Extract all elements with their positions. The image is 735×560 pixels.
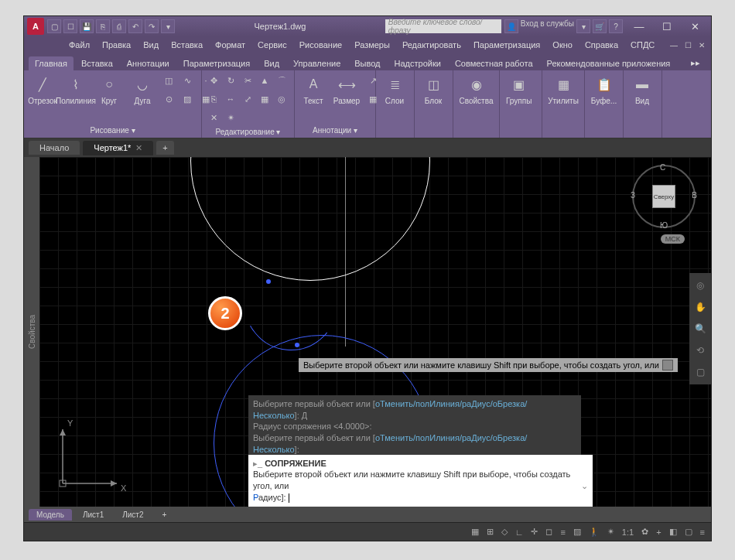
tab-output[interactable]: Вывод [348, 56, 386, 70]
status-snap-icon[interactable]: ◇ [500, 527, 509, 537]
doc-tab-drawing1[interactable]: Чертеж1*✕ [83, 141, 153, 155]
draw-sm-2[interactable]: ∿ [179, 72, 196, 89]
offset-icon[interactable]: ◎ [273, 90, 290, 108]
qat-new-icon[interactable]: ▢ [47, 19, 61, 33]
tab-insert[interactable]: Вставка [75, 56, 119, 70]
mdi-max-icon[interactable]: ☐ [682, 39, 694, 50]
new-tab-button[interactable]: + [156, 141, 173, 155]
qat-dropdown-icon[interactable]: ▾ [161, 19, 175, 33]
status-iso-icon[interactable]: ◧ [668, 527, 679, 537]
clipboard-button[interactable]: 📋Буфе... [588, 72, 620, 107]
app-logo[interactable]: A [27, 18, 44, 35]
properties-palette[interactable]: Свойства [24, 157, 39, 507]
status-ortho-icon[interactable]: ∟ [514, 528, 525, 537]
status-custom-icon[interactable]: ≡ [699, 528, 706, 537]
close-tab-icon[interactable]: ✕ [135, 143, 142, 153]
nav-wheel-icon[interactable]: ◎ [692, 278, 708, 293]
status-anno-icon[interactable]: ✴ [606, 527, 616, 537]
qat-redo-icon[interactable]: ↷ [145, 19, 159, 33]
nav-showmotion-icon[interactable]: ▢ [692, 364, 708, 380]
text-button[interactable]: AТекст [298, 72, 329, 107]
polyline-button[interactable]: ⌇Полилиния [60, 72, 91, 107]
layout-tab-sheet1[interactable]: Лист1 [75, 509, 111, 521]
help-icon[interactable]: ? [609, 19, 623, 33]
status-grid-icon[interactable]: ⊞ [485, 527, 495, 537]
layout-tab-model[interactable]: Модель [29, 509, 72, 521]
status-scale[interactable]: 1:1 [620, 528, 635, 537]
array-icon[interactable]: ▦ [256, 90, 273, 108]
copy-icon[interactable]: ⎘ [205, 90, 222, 108]
status-lwt-icon[interactable]: ≡ [559, 528, 566, 537]
qat-saveas-icon[interactable]: ⎘ [96, 19, 110, 33]
status-transparency-icon[interactable]: ▨ [572, 527, 583, 537]
menu-param[interactable]: Параметризация [467, 39, 546, 51]
mdi-close-icon[interactable]: ✕ [696, 39, 708, 50]
menu-window[interactable]: Окно [546, 39, 579, 51]
menu-view[interactable]: Вид [137, 39, 165, 51]
tab-manage[interactable]: Управление [287, 56, 347, 70]
arc-button[interactable]: ◡Дуга [127, 72, 158, 107]
menu-draw[interactable]: Рисование [293, 39, 348, 51]
stretch-icon[interactable]: ↔ [222, 90, 239, 108]
panel-draw-title[interactable]: Рисование ▾ [27, 125, 198, 136]
viewcube[interactable]: Сверху С Ю В З [632, 165, 696, 228]
draw-sm-5[interactable]: ▨ [179, 90, 196, 108]
menu-help[interactable]: Справка [579, 39, 624, 51]
status-gear-icon[interactable]: ✿ [640, 527, 650, 537]
wcs-badge[interactable]: МСК [661, 234, 685, 244]
nav-pan-icon[interactable]: ✋ [692, 299, 708, 315]
status-osnap-icon[interactable]: ◻ [544, 527, 554, 537]
dimension-button[interactable]: ⟷Размер [331, 72, 362, 107]
tab-annotate[interactable]: Аннотации [121, 56, 176, 70]
panel-annot-title[interactable]: Аннотации ▾ [298, 125, 372, 136]
trim-icon[interactable]: ✂ [239, 72, 256, 89]
viewcube-top[interactable]: Сверху [652, 185, 675, 208]
block-button[interactable]: ◫Блок [418, 72, 449, 107]
mirror-icon[interactable]: ▲ [256, 72, 273, 89]
view-button[interactable]: ▬Вид [627, 72, 658, 107]
exchange-icon[interactable]: ▾ [576, 19, 590, 33]
signin-icon[interactable]: 👤 [504, 19, 518, 33]
tab-collab[interactable]: Совместная работа [449, 56, 539, 70]
minimize-button[interactable]: — [626, 19, 652, 34]
mdi-min-icon[interactable]: — [668, 39, 680, 50]
nav-zoom-icon[interactable]: 🔍 [692, 321, 708, 336]
line-button[interactable]: ╱Отрезок [27, 72, 58, 107]
close-button[interactable]: ✕ [682, 19, 708, 34]
tab-home[interactable]: Главная [29, 56, 74, 70]
tab-param[interactable]: Параметризация [177, 56, 256, 70]
menu-tools[interactable]: Сервис [251, 39, 293, 51]
fillet-icon[interactable]: ⌒ [273, 72, 290, 89]
doc-tab-start[interactable]: Начало [29, 141, 80, 155]
draw-sm-4[interactable]: ⊙ [160, 90, 177, 108]
menu-spds[interactable]: СПДС [624, 39, 661, 51]
drawing-canvas[interactable]: 2 Выберите второй объект или нажмите кла… [39, 157, 711, 507]
layout-tab-add[interactable]: + [155, 509, 175, 521]
nav-orbit-icon[interactable]: ⟲ [692, 343, 708, 358]
tab-featured[interactable]: Рекомендованные приложения [541, 56, 677, 70]
props-button[interactable]: ◉Свойства [456, 72, 496, 107]
status-clean-icon[interactable]: ▢ [683, 527, 694, 537]
layers-button[interactable]: ≣Слои [379, 72, 410, 107]
qat-open-icon[interactable]: ☐ [63, 19, 77, 33]
qat-plot-icon[interactable]: ⎙ [112, 19, 126, 33]
utils-button[interactable]: ▦Утилиты [545, 72, 581, 107]
groups-button[interactable]: ▣Группы [503, 72, 535, 107]
signin-label[interactable]: Вход в службы [521, 19, 574, 33]
circle-button[interactable]: ○Круг [94, 72, 125, 107]
menu-format[interactable]: Формат [209, 39, 251, 51]
status-walk-icon[interactable]: 🚶 [587, 527, 601, 537]
status-plus-icon[interactable]: + [655, 528, 662, 537]
menu-file[interactable]: Файл [63, 39, 96, 51]
command-line[interactable]: ▸_ СОПРЯЖЕНИЕ Выберите второй объект или… [248, 455, 593, 507]
layout-tab-sheet2[interactable]: Лист2 [115, 509, 151, 521]
rotate-icon[interactable]: ↻ [222, 72, 239, 89]
qat-save-icon[interactable]: 💾 [80, 19, 94, 33]
panel-modify-title[interactable]: Редактирование ▾ [205, 126, 291, 138]
tab-addins[interactable]: Надстройки [388, 56, 447, 70]
menu-dims[interactable]: Размеры [348, 39, 396, 51]
erase-icon[interactable]: ✕ [205, 109, 222, 126]
menu-insert[interactable]: Вставка [165, 39, 209, 51]
menu-modify[interactable]: Редактировать [396, 39, 467, 51]
ribbon-expand-icon[interactable]: ▸▸ [685, 56, 706, 70]
